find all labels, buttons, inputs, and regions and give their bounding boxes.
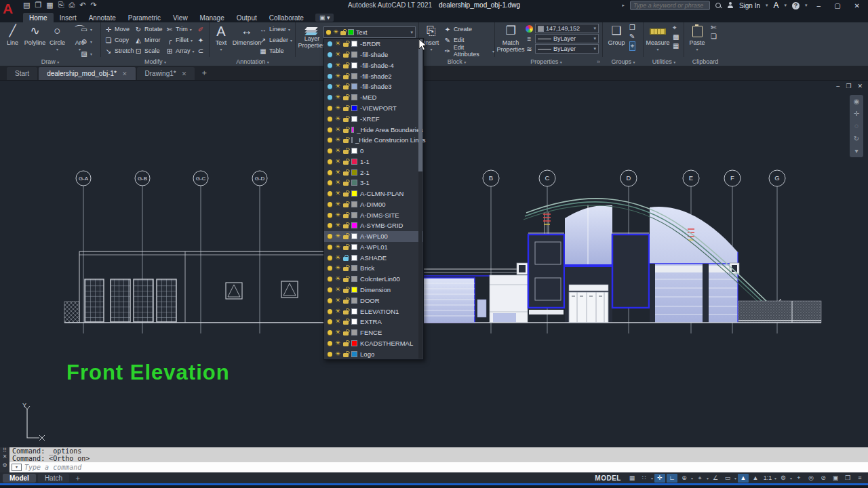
quick-calculator-icon[interactable]: ▩ (673, 33, 679, 41)
layer-on-icon[interactable] (328, 159, 332, 164)
layer-freeze-icon[interactable]: ☀ (335, 222, 340, 228)
layer-unlocked-icon[interactable] (343, 64, 349, 68)
flyout-icon[interactable]: ▾ (288, 27, 290, 32)
panel-caption-draw[interactable]: Draw ▾ (0, 58, 100, 66)
layer-unlocked-icon[interactable] (343, 129, 349, 133)
status-flyout-icon[interactable]: ▾ (734, 476, 736, 481)
layer-on-icon[interactable] (328, 202, 332, 207)
layer-off-icon[interactable] (328, 74, 332, 79)
close-button[interactable]: ✕ (850, 2, 864, 9)
navigation-bar[interactable]: ◉ ✛ ◌ ↻ ▾ (850, 95, 863, 157)
layer-on-icon[interactable] (328, 341, 332, 346)
layer-on-icon[interactable] (328, 309, 332, 314)
layer-on-icon[interactable] (328, 298, 332, 303)
erase-icon[interactable]: ✐ (197, 24, 209, 35)
panel-caption-groups[interactable]: Groups ▾ (604, 58, 643, 66)
object-snap-icon[interactable]: ⌖ (694, 474, 705, 483)
snap-mode-icon[interactable]: ∷ (639, 474, 650, 483)
layer-off-icon[interactable] (328, 95, 332, 100)
flyout-icon[interactable]: ▾ (90, 39, 92, 44)
layer-lock-icon[interactable] (340, 31, 346, 35)
layer-freeze-icon[interactable]: ☀ (335, 190, 340, 197)
layer-freeze-icon[interactable]: ☀ (335, 298, 340, 304)
search-expand-icon[interactable]: ▸ (622, 3, 625, 8)
layer-color-swatch[interactable] (351, 329, 357, 336)
layer-on-icon[interactable] (328, 245, 332, 249)
layer-on-icon[interactable] (328, 266, 332, 270)
layer-color-swatch[interactable] (351, 265, 357, 271)
layer-on-icon[interactable] (328, 148, 332, 153)
flyout-icon[interactable]: ▾ (190, 27, 192, 32)
layer-on-icon[interactable] (328, 223, 332, 228)
layer-row[interactable]: ☀A-SYMB-GRID (324, 220, 423, 231)
layer-color-swatch[interactable] (351, 62, 357, 68)
application-menu-button[interactable]: A (3, 1, 19, 21)
layer-unlocked-icon[interactable] (343, 75, 349, 79)
layer-on-icon[interactable] (328, 277, 332, 281)
layer-unlocked-icon[interactable] (343, 267, 349, 271)
layer-color-swatch[interactable] (348, 29, 354, 35)
isolate-objects-icon[interactable]: ⊘ (818, 474, 829, 483)
group-selection-toggle-icon[interactable]: ⌖ (629, 41, 635, 51)
layer-row[interactable]: ☀EXTRA (324, 317, 423, 327)
layer-row[interactable]: ☀ELEVATION1 (324, 306, 423, 317)
layer-on-icon[interactable] (328, 106, 332, 110)
layer-unlocked-icon[interactable] (343, 139, 349, 143)
layer-unlocked-icon[interactable] (343, 203, 349, 207)
paste-button[interactable]: Paste▾ (685, 22, 709, 54)
layer-row[interactable]: ☀Brick (324, 263, 423, 274)
layer-on-icon[interactable] (328, 170, 332, 175)
ribbon-extra-button[interactable]: ▣ ▾ (315, 14, 334, 22)
layer-freeze-icon[interactable]: ☀ (335, 180, 340, 186)
tool-table-button[interactable]: ▦Table (259, 45, 292, 56)
layer-freeze-icon[interactable]: ☀ (335, 287, 340, 293)
sign-in-button[interactable]: Sign In (739, 2, 760, 9)
layout-tab-model[interactable]: Model (3, 474, 36, 483)
layer-row[interactable]: ☀-XREF (324, 113, 423, 124)
layer-color-swatch[interactable] (351, 116, 357, 122)
layer-freeze-icon[interactable]: ☀ (335, 255, 340, 261)
command-prompt-placeholder[interactable]: Type a command (24, 464, 81, 471)
layer-unlocked-icon[interactable] (343, 342, 349, 346)
layer-row[interactable]: ☀2-1 (324, 167, 423, 178)
ribbon-tab-output[interactable]: Output (231, 13, 263, 22)
panel-caption-block[interactable]: Block ▾ (419, 58, 494, 66)
layer-off-icon[interactable] (328, 52, 332, 57)
flyout-icon[interactable]: ▾ (290, 38, 292, 43)
graphics-performance-icon[interactable]: ◎ (806, 474, 816, 483)
layer-freeze-icon[interactable]: ☀ (335, 276, 340, 282)
layer-color-swatch[interactable] (351, 212, 357, 218)
autodesk-app-icon[interactable]: A (774, 1, 779, 10)
annotation-scale-icon[interactable]: 1:1 (762, 474, 773, 483)
layer-freeze-icon[interactable]: ☀ (335, 233, 340, 239)
layer-color-swatch[interactable] (351, 41, 357, 47)
quick-select-icon[interactable]: ⌖ (673, 24, 679, 32)
layer-color-swatch[interactable] (351, 319, 357, 325)
pan-icon[interactable]: ✛ (854, 110, 859, 117)
ortho-mode-icon[interactable]: ✛ (654, 474, 665, 483)
tool-fillet-button[interactable]: ╭Fillet▾ (165, 35, 197, 45)
dropdown-scrollbar[interactable] (418, 39, 422, 359)
layer-on-icon[interactable] (328, 319, 332, 324)
layer-row[interactable]: ☀-fill-shade-4 (324, 60, 423, 71)
flyout-icon[interactable]: ▾ (90, 52, 92, 56)
clean-screen-icon[interactable]: ❒ (842, 474, 853, 483)
panel-caption-modify[interactable]: Modify ▾ (102, 58, 209, 66)
layer-color-swatch[interactable] (351, 169, 357, 176)
ungroup-icon[interactable]: ❒ (629, 24, 635, 31)
layer-color-swatch[interactable] (351, 244, 357, 250)
ribbon-tab-annotate[interactable]: Annotate (83, 13, 122, 22)
layer-row[interactable]: ☀A-CLMN-PLAN (324, 188, 423, 199)
layer-freeze-icon[interactable]: ☀ (335, 52, 340, 58)
zoom-icon[interactable]: ◌ (854, 122, 859, 129)
tool-polyline-button[interactable]: ∿Polyline (24, 22, 46, 54)
layer-on-icon[interactable] (328, 138, 332, 142)
isodraft-icon[interactable]: ∠ (710, 474, 721, 483)
status-flyout-icon[interactable]: ▾ (790, 476, 792, 481)
layer-unlocked-icon[interactable] (343, 224, 349, 228)
viewport-close-icon[interactable]: ✕ (857, 83, 863, 89)
rectangle-tool[interactable]: ▭▾ (80, 24, 92, 35)
group-edit-icon[interactable]: ✎ (629, 33, 635, 40)
layer-color-swatch[interactable] (351, 105, 357, 111)
ribbon-tab-insert[interactable]: Insert (54, 13, 83, 22)
